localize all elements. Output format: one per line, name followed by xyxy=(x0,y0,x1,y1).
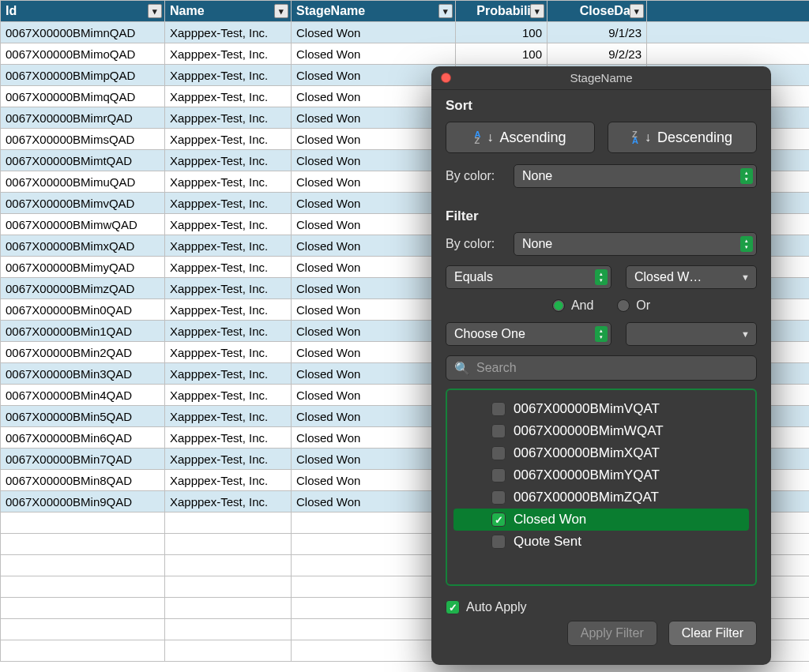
cell-closedate[interactable]: 9/1/23 xyxy=(547,22,647,43)
clear-filter-button[interactable]: Clear Filter xyxy=(668,621,757,646)
cell-closedate[interactable]: 9/2/23 xyxy=(547,43,647,65)
cell-probability[interactable]: 100 xyxy=(456,22,547,43)
cell-name[interactable]: Xapppex-Test, Inc. xyxy=(165,363,292,385)
cell-blank[interactable] xyxy=(647,22,810,43)
cell-id[interactable]: 0067X00000BMin9QAD xyxy=(1,491,165,512)
column-header-name[interactable]: Name▾ xyxy=(165,1,292,22)
checkbox-icon[interactable] xyxy=(491,424,506,438)
cell-name[interactable]: Xapppex-Test, Inc. xyxy=(165,385,292,406)
cell-name[interactable]: Xapppex-Test, Inc. xyxy=(165,171,292,193)
cell-id[interactable]: 0067X00000BMin3QAD xyxy=(1,363,165,385)
cell-blank[interactable] xyxy=(647,43,810,65)
cell-id[interactable]: 0067X00000BMin1QAD xyxy=(1,321,165,342)
cell-id[interactable]: 0067X00000BMin2QAD xyxy=(1,342,165,363)
filter-value-item[interactable]: 0067X00000BMimZQAT xyxy=(453,486,749,509)
cell-id[interactable]: 0067X00000BMimyQAD xyxy=(1,257,165,278)
filter-dropdown-icon[interactable]: ▾ xyxy=(630,4,644,18)
filter-value-item[interactable]: 0067X00000BMimWQAT xyxy=(453,420,749,442)
popup-title: StageName xyxy=(431,71,771,84)
checkbox-icon[interactable] xyxy=(491,490,506,505)
cell-name[interactable]: Xapppex-Test, Inc. xyxy=(165,257,292,278)
cell-id[interactable]: 0067X00000BMimpQAD xyxy=(1,65,165,86)
cell-name[interactable]: Xapppex-Test, Inc. xyxy=(165,278,292,299)
cell-id[interactable]: 0067X00000BMimrQAD xyxy=(1,107,165,129)
filter-dropdown-icon[interactable]: ▾ xyxy=(148,4,162,18)
cell-id[interactable]: 0067X00000BMimnQAD xyxy=(1,22,165,43)
cell-name[interactable]: Xapppex-Test, Inc. xyxy=(165,86,292,107)
checkbox-icon[interactable] xyxy=(491,512,506,527)
cell-id[interactable]: 0067X00000BMimvQAD xyxy=(1,193,165,214)
popup-titlebar: StageName xyxy=(431,66,771,90)
cell-id[interactable]: 0067X00000BMin6QAD xyxy=(1,427,165,449)
checkbox-icon[interactable] xyxy=(491,402,506,416)
cell-id[interactable]: 0067X00000BMimqQAD xyxy=(1,86,165,107)
cell-name[interactable]: Xapppex-Test, Inc. xyxy=(165,427,292,449)
and-radio[interactable]: And xyxy=(552,298,593,313)
filter-dropdown-icon[interactable]: ▾ xyxy=(274,4,288,18)
filter-operator-select[interactable]: Equals ▴▾ xyxy=(446,265,611,289)
sort-ascending-button[interactable]: AZ ↓ Ascending xyxy=(446,122,595,153)
cell-name[interactable]: Xapppex-Test, Inc. xyxy=(165,321,292,342)
column-header-id[interactable]: Id▾ xyxy=(1,1,165,22)
filter-dropdown-icon[interactable]: ▾ xyxy=(530,4,544,18)
cell-id[interactable]: 0067X00000BMin7QAD xyxy=(1,449,165,470)
sort-descending-button[interactable]: ZA ↓ Descending xyxy=(608,122,757,153)
filter-value-item[interactable]: Quote Sent xyxy=(453,531,749,553)
cell-name[interactable]: Xapppex-Test, Inc. xyxy=(165,107,292,129)
cell-name[interactable]: Xapppex-Test, Inc. xyxy=(165,235,292,257)
filter-value-dropdown[interactable]: Closed W… ▼ xyxy=(626,265,757,289)
cell-id[interactable]: 0067X00000BMimzQAD xyxy=(1,278,165,299)
apply-filter-button[interactable]: Apply Filter xyxy=(567,621,657,646)
cell-id[interactable]: 0067X00000BMin0QAD xyxy=(1,299,165,321)
filter-value-item[interactable]: 0067X00000BMimXQAT xyxy=(453,442,749,464)
auto-apply-checkbox[interactable] xyxy=(446,600,460,614)
table-row[interactable]: 0067X00000BMimoQADXapppex-Test, Inc.Clos… xyxy=(1,43,810,65)
filter-dropdown-icon[interactable]: ▾ xyxy=(438,4,453,18)
cell-name[interactable]: Xapppex-Test, Inc. xyxy=(165,406,292,427)
cell-name[interactable]: Xapppex-Test, Inc. xyxy=(165,150,292,171)
cell-stage[interactable]: Closed Won xyxy=(292,43,456,65)
or-radio[interactable]: Or xyxy=(617,298,650,313)
cell-id[interactable]: 0067X00000BMin8QAD xyxy=(1,470,165,491)
filter-search-input[interactable]: 🔍 Search xyxy=(446,355,757,381)
filter-value-item[interactable]: 0067X00000BMimYQAT xyxy=(453,464,749,486)
cell-name[interactable]: Xapppex-Test, Inc. xyxy=(165,129,292,150)
cell-name[interactable]: Xapppex-Test, Inc. xyxy=(165,470,292,491)
cell-id[interactable]: 0067X00000BMimoQAD xyxy=(1,43,165,65)
checkbox-icon[interactable] xyxy=(491,446,506,460)
filter-value-item[interactable]: 0067X00000BMimVQAT xyxy=(453,398,749,420)
column-header-stage[interactable]: StageName▾ xyxy=(292,1,456,22)
cell-name[interactable]: Xapppex-Test, Inc. xyxy=(165,299,292,321)
cell-id[interactable]: 0067X00000BMimsQAD xyxy=(1,129,165,150)
cell-id[interactable]: 0067X00000BMimxQAD xyxy=(1,235,165,257)
column-header-closedate[interactable]: CloseDate▾ xyxy=(547,1,647,22)
filter-operator2-select[interactable]: Choose One ▴▾ xyxy=(446,322,611,346)
filter-value2-dropdown[interactable]: ▼ xyxy=(626,322,757,346)
cell-name[interactable]: Xapppex-Test, Inc. xyxy=(165,214,292,235)
cell-name[interactable]: Xapppex-Test, Inc. xyxy=(165,65,292,86)
arrow-down-icon: ↓ xyxy=(645,130,651,145)
cell-name[interactable]: Xapppex-Test, Inc. xyxy=(165,193,292,214)
checkbox-icon[interactable] xyxy=(491,535,506,549)
arrow-down-icon: ↓ xyxy=(487,130,493,145)
cell-name[interactable]: Xapppex-Test, Inc. xyxy=(165,449,292,470)
cell-id[interactable]: 0067X00000BMimtQAD xyxy=(1,150,165,171)
column-header-probability[interactable]: Probability▾ xyxy=(456,1,547,22)
cell-probability[interactable]: 100 xyxy=(456,43,547,65)
table-row[interactable]: 0067X00000BMimnQADXapppex-Test, Inc.Clos… xyxy=(1,22,810,43)
cell-name[interactable]: Xapppex-Test, Inc. xyxy=(165,43,292,65)
button-label: Clear Filter xyxy=(682,626,743,640)
filter-by-color-select[interactable]: None ▴▾ xyxy=(514,232,757,256)
button-label: Apply Filter xyxy=(581,626,644,640)
cell-id[interactable]: 0067X00000BMin4QAD xyxy=(1,385,165,406)
cell-name[interactable]: Xapppex-Test, Inc. xyxy=(165,342,292,363)
cell-id[interactable]: 0067X00000BMimuQAD xyxy=(1,171,165,193)
sort-by-color-select[interactable]: None ▴▾ xyxy=(514,164,757,188)
filter-value-item[interactable]: Closed Won xyxy=(453,509,749,531)
cell-id[interactable]: 0067X00000BMimwQAD xyxy=(1,214,165,235)
cell-id[interactable]: 0067X00000BMin5QAD xyxy=(1,406,165,427)
cell-stage[interactable]: Closed Won xyxy=(292,22,456,43)
cell-name[interactable]: Xapppex-Test, Inc. xyxy=(165,22,292,43)
checkbox-icon[interactable] xyxy=(491,468,506,482)
cell-name[interactable]: Xapppex-Test, Inc. xyxy=(165,491,292,512)
